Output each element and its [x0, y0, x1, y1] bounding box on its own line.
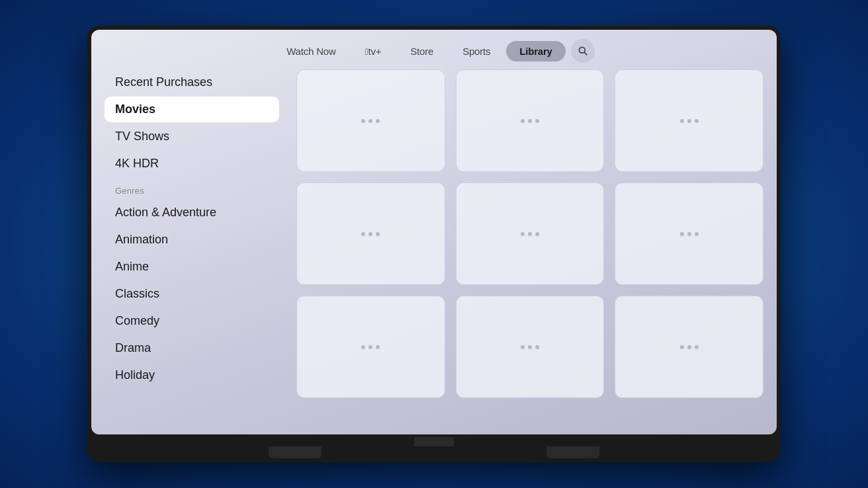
genres-section-label: Genres — [105, 178, 279, 200]
loading-dots — [361, 345, 380, 349]
content-card-2-1[interactable] — [296, 183, 445, 285]
loading-dots — [680, 232, 699, 236]
sidebar-item-recent-purchases[interactable]: Recent Purchases — [105, 69, 279, 95]
sidebar-item-action-adventure[interactable]: Action & Adventure — [105, 200, 279, 225]
loading-dots — [521, 232, 539, 236]
search-icon — [578, 46, 588, 56]
content-card-2-3[interactable] — [615, 183, 763, 285]
sidebar-item-holiday[interactable]: Holiday — [105, 362, 279, 388]
sidebar-item-classics[interactable]: Classics — [105, 281, 279, 307]
loading-dots — [521, 345, 539, 349]
sidebar-item-anime[interactable]: Anime — [105, 254, 279, 280]
content-row-2 — [296, 183, 763, 285]
loading-dots — [361, 232, 380, 236]
content-card-3-3[interactable] — [615, 296, 763, 398]
svg-point-0 — [579, 47, 585, 53]
tv-stand — [269, 437, 599, 458]
nav-watch-now[interactable]: Watch Now — [273, 41, 349, 61]
loading-dots — [361, 119, 380, 123]
content-card-3-2[interactable] — [456, 296, 605, 398]
nav-library[interactable]: Library — [506, 41, 565, 61]
content-row-3 — [296, 296, 763, 398]
tv-frame: Watch Now tv+ Store Sports Library Rece… — [87, 26, 781, 462]
content-card-1-1[interactable] — [296, 69, 445, 172]
sidebar-item-comedy[interactable]: Comedy — [105, 308, 279, 334]
nav-store[interactable]: Store — [397, 41, 447, 61]
content-card-1-3[interactable] — [615, 69, 763, 172]
main-content: Recent Purchases Movies TV Shows 4K HDR … — [91, 69, 777, 434]
loading-dots — [680, 119, 699, 123]
content-card-1-2[interactable] — [456, 69, 605, 172]
tv-feet — [269, 446, 599, 458]
search-button[interactable] — [571, 39, 595, 63]
content-row-1 — [296, 69, 763, 172]
tv-foot-right — [546, 446, 599, 458]
tv-neck — [414, 437, 454, 446]
nav-bar: Watch Now tv+ Store Sports Library — [91, 30, 777, 69]
tv-foot-left — [269, 446, 322, 458]
sidebar-item-movies[interactable]: Movies — [105, 97, 279, 122]
tv-screen: Watch Now tv+ Store Sports Library Rece… — [91, 30, 777, 434]
content-card-3-1[interactable] — [296, 296, 445, 398]
sidebar-item-drama[interactable]: Drama — [105, 335, 279, 361]
loading-dots — [680, 345, 699, 349]
content-grid — [290, 69, 763, 428]
svg-line-1 — [584, 52, 587, 55]
nav-apple-tv-plus[interactable]: tv+ — [352, 41, 395, 61]
sidebar-item-4k-hdr[interactable]: 4K HDR — [105, 151, 279, 177]
sidebar-item-animation[interactable]: Animation — [105, 227, 279, 253]
nav-sports[interactable]: Sports — [449, 41, 503, 61]
sidebar-item-tv-shows[interactable]: TV Shows — [105, 124, 279, 149]
loading-dots — [521, 119, 539, 123]
content-card-2-2[interactable] — [456, 183, 605, 285]
sidebar: Recent Purchases Movies TV Shows 4K HDR … — [105, 69, 290, 428]
